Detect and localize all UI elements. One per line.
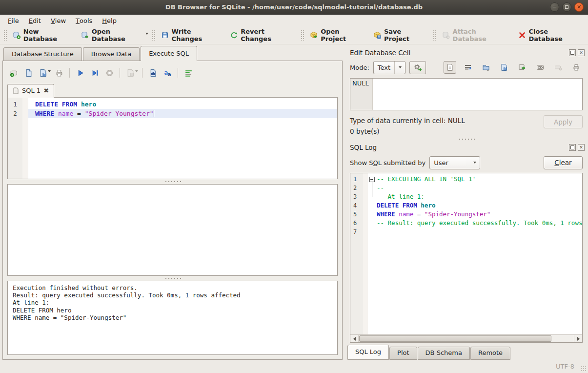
editor-line[interactable]: 1DELETE FROM hero [8,100,337,109]
scroll-right-arrow[interactable] [574,335,582,342]
revert-changes-button[interactable]: Revert Changes [226,25,299,45]
log-line: 7 [350,228,582,236]
new-sql-tab-button[interactable] [7,66,20,79]
resize-grip[interactable] [581,366,587,372]
print-cell-button[interactable] [570,61,583,74]
splitter-handle-icon [458,138,475,140]
splitter-handle-icon [164,277,181,279]
write-changes-label: Write Changes [172,28,223,42]
sql-code-editor[interactable]: 1DELETE FROM hero2WHERE name = "Spider-Y… [7,97,338,179]
mode-combobox[interactable]: Text [373,61,406,74]
sql-tab-close-icon[interactable]: ✖ [43,87,49,94]
splitter-handle-icon [164,181,181,183]
tab-browse-data[interactable]: Browse Data [83,47,140,61]
new-database-button[interactable]: New Database [9,25,77,45]
save-results-dropdown [135,72,138,80]
dock-tab-sql-log[interactable]: SQL Log [347,345,389,360]
toolbar-handle[interactable] [301,30,304,41]
dock-tab-remote[interactable]: Remote [470,347,510,360]
line-number: 2 [8,109,22,118]
log-filter-combobox[interactable]: User [429,156,480,169]
open-database-button[interactable]: Open Database [77,25,148,45]
open-database-label: Open Database [92,28,144,42]
menu-edit[interactable]: Edit [24,15,46,26]
cell-value-editor: NULL [350,78,583,110]
set-null-button [552,61,565,74]
dock-splitter[interactable] [347,137,586,142]
open-in-app-button[interactable] [516,61,528,74]
save-sql-dropdown[interactable] [48,72,51,80]
menu-help[interactable]: Help [97,15,122,26]
open-project-button[interactable]: Open Project [306,25,369,45]
menubar: File Edit View Tools Help [0,15,588,26]
open-database-dropdown[interactable] [145,33,150,38]
dock-tab-db-schema[interactable]: DB Schema [418,347,470,360]
menu-tools[interactable]: Tools [71,15,97,26]
export-cell-data-button[interactable] [498,61,510,74]
tab-database-structure[interactable]: Database Structure [3,47,82,61]
maximize-button[interactable] [562,2,571,12]
close-button[interactable]: ✕ [574,2,584,12]
open-sql-file-button[interactable] [22,66,35,79]
left-arrow-icon [353,337,356,341]
auto-format-button[interactable]: aa [161,66,174,79]
write-changes-button[interactable]: Write Changes [157,25,226,45]
link-cell-button[interactable] [534,61,547,74]
toolbar-handle[interactable] [3,30,7,41]
dock-close-icon[interactable]: ✕ [578,144,585,151]
execution-messages[interactable]: Execution finished without errors.Result… [7,281,338,355]
word-wrap-button[interactable] [182,66,195,79]
toolbar-handle[interactable] [152,30,156,41]
execute-line-icon [91,69,99,77]
execute-line-button[interactable] [88,66,101,79]
svg-text:a: a [167,71,171,77]
cell-word-wrap-button[interactable] [462,61,474,74]
toolbar-separator [142,68,142,78]
encoding-indicator[interactable]: UTF-8 [556,363,574,370]
dock-tabbar: SQL Log Plot DB Schema Remote [347,344,586,360]
menu-file[interactable]: File [3,15,24,26]
editor-results-splitter[interactable] [7,179,338,184]
print-sql-button[interactable] [53,66,65,79]
sql-file-tabbar: SQL 1 ✖ [7,82,338,97]
fold-marker[interactable] [368,175,377,184]
attach-database-label: Attach Database [453,28,510,42]
tab-execute-sql[interactable]: Execute SQL [141,46,197,61]
dock-float-icon[interactable] [569,49,576,56]
gear-icon [413,63,422,72]
window-controls: − ✕ [550,2,584,12]
scroll-left-arrow[interactable] [350,335,358,342]
find-button[interactable] [146,66,159,79]
cell-value-input[interactable] [373,79,582,110]
save-project-label: Save Project [384,28,427,42]
save-project-button[interactable]: Save Project [369,25,431,45]
open-project-label: Open Project [321,28,365,42]
log-line: 3-- At line 1: [350,192,582,201]
line-number: 5 [350,210,363,219]
combo-caret-icon [399,66,402,68]
toolbar-handle[interactable] [433,30,437,41]
sql-log-content[interactable]: 1-- EXECUTING ALL IN 'SQL 1'2--3-- At li… [350,173,582,334]
execute-sql-panel: aa SQL 1 ✖ 1DELETE FROM hero2WHERE name … [2,61,343,360]
dock-tab-plot[interactable]: Plot [389,347,417,360]
results-table-area[interactable] [7,184,338,276]
text-mode-button[interactable] [444,61,456,74]
minimize-button[interactable]: − [550,2,559,12]
fold-column [368,228,377,236]
auto-switch-mode-button[interactable] [409,61,426,74]
dock-close-icon[interactable]: ✕ [578,49,585,56]
cell-type-info: Type of data currently in cell: NULL [350,115,465,126]
results-messages-splitter[interactable] [7,276,338,281]
menu-view[interactable]: View [46,15,71,26]
sql-file-tab[interactable]: SQL 1 ✖ [7,84,54,98]
dock-float-icon[interactable] [569,144,576,151]
scrollbar-track[interactable] [358,335,574,342]
import-cell-data-button[interactable] [480,61,492,74]
editor-line[interactable]: 2WHERE name = "Spider-Youngster" [8,109,337,118]
clear-log-button[interactable]: Clear [544,156,583,169]
close-database-button[interactable]: Close Database [514,25,586,45]
log-horizontal-scrollbar[interactable] [350,334,582,342]
execute-all-button[interactable] [74,66,86,79]
cell-mode-row: Mode: Text [347,59,586,76]
scrollbar-thumb[interactable] [359,335,551,342]
